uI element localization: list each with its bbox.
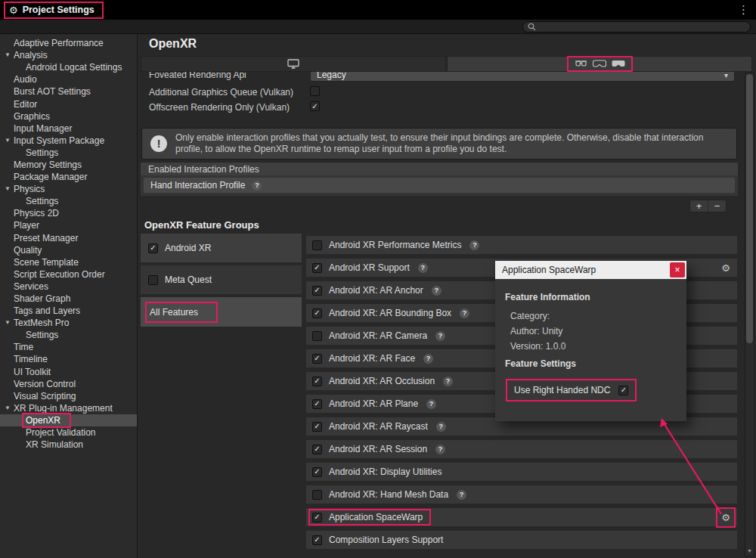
feature-checkbox[interactable] [312,377,322,386]
feature-settings-gear-icon[interactable] [721,263,730,273]
sidebar-item[interactable]: Burst AOT Settings [0,85,137,98]
foldout-arrow-icon[interactable] [5,320,14,326]
feature-toggle: Android XR: AR Plane [310,397,425,411]
sidebar-item[interactable]: XR Simulation [0,439,137,451]
interaction-profile-row[interactable]: Hand Interaction Profile [144,178,735,193]
additional-graphics-queue-checkbox[interactable] [310,86,320,96]
feature-checkbox[interactable] [312,513,322,522]
feature-group-row[interactable]: All Features [141,297,302,327]
sidebar-item[interactable]: Visual Scripting [0,390,137,402]
feature-checkbox[interactable] [312,399,322,409]
scrollbar-thumb[interactable] [746,74,753,343]
sidebar-item[interactable]: Services [0,281,137,293]
sidebar-item[interactable]: Quality [0,244,137,256]
tab-desktop[interactable] [141,56,446,72]
help-icon[interactable] [469,240,479,250]
scroll-down-icon[interactable] [745,546,754,555]
sidebar-item[interactable]: Preset Manager [0,232,137,244]
feature-checkbox[interactable] [312,354,322,364]
feature-group-row[interactable]: Android XR [141,234,302,262]
sidebar-item-label: Editor [14,99,37,110]
sidebar-item[interactable]: Scene Template [0,256,137,268]
sidebar-item[interactable]: XR Plug-in Management [0,402,137,414]
sidebar-item[interactable]: Graphics [0,110,137,122]
feature-settings-popup: Application SpaceWarp × Feature Informat… [495,261,686,421]
help-icon[interactable] [423,354,433,364]
sidebar-item[interactable]: Audio [0,73,137,85]
sidebar-item[interactable]: Time [0,341,137,353]
foldout-arrow-icon[interactable] [5,52,14,58]
sidebar-item[interactable]: Script Execution Order [0,268,137,281]
sidebar-item[interactable]: Input System Package [0,135,137,147]
foldout-arrow-icon[interactable] [5,138,14,144]
help-icon[interactable] [252,181,262,191]
group-checkbox[interactable] [148,243,158,253]
ndc-checkbox[interactable] [618,386,628,395]
help-icon[interactable] [432,286,442,296]
gear-icon [9,5,18,16]
feature-checkbox[interactable] [312,263,322,273]
sidebar-item-label: Graphics [14,111,50,122]
sidebar-item[interactable]: Tags and Layers [0,305,137,317]
sidebar-item[interactable]: Memory Settings [0,159,137,171]
search-box[interactable] [522,21,751,33]
feature-checkbox[interactable] [312,535,322,545]
sidebar-item-label: Adaptive Performance [14,38,104,48]
sidebar-item[interactable]: Player [0,219,137,231]
sidebar-item[interactable]: Package Manager [0,171,137,183]
group-checkbox[interactable] [148,275,158,285]
sidebar-item[interactable]: Physics [0,183,137,195]
search-input[interactable] [540,23,745,32]
feature-checkbox[interactable] [312,490,322,500]
sidebar-item[interactable]: Project Validation [0,426,137,439]
foveated-rendering-dropdown[interactable]: Legacy [310,72,735,82]
sidebar-item-label: Settings [26,196,58,206]
remove-profile-button[interactable]: − [708,200,726,212]
feature-checkbox[interactable] [312,422,322,432]
sidebar-item[interactable]: TextMesh Pro [0,317,137,329]
sidebar-item[interactable]: Version Control [0,378,137,390]
sidebar-item-label: Script Execution Order [14,269,105,280]
feature-settings-gear-icon[interactable] [721,513,730,522]
feature-checkbox[interactable] [312,286,322,296]
add-profile-button[interactable]: + [690,200,708,212]
page-title: OpenXR [149,37,197,51]
sidebar-item[interactable]: Shader Graph [0,293,137,305]
sidebar-item[interactable]: Timeline [0,353,137,365]
close-icon[interactable]: × [670,262,685,277]
sidebar-item[interactable]: Adaptive Performance [0,37,137,49]
feature-checkbox[interactable] [312,308,322,318]
sidebar-item[interactable]: Analysis [0,49,137,61]
help-icon[interactable] [435,445,445,454]
foldout-arrow-icon[interactable] [5,186,14,192]
foldout-arrow-icon[interactable] [5,405,14,411]
sidebar-item[interactable]: Editor [0,98,137,110]
help-icon[interactable] [435,331,445,341]
help-icon[interactable] [457,490,466,500]
sidebar-item[interactable]: Settings [0,329,137,341]
feature-checkbox[interactable] [312,445,322,454]
kebab-menu-icon[interactable] [738,3,749,17]
help-icon[interactable] [426,399,436,409]
feature-checkbox[interactable] [312,331,322,341]
group-label: Android XR [165,243,211,253]
help-icon[interactable] [460,308,469,318]
vertical-scrollbar[interactable] [745,73,754,556]
help-icon[interactable] [443,377,453,386]
offscreen-rendering-label: Offscreen Rendering Only (Vulkan) [149,102,290,113]
sidebar-item[interactable]: Physics 2D [0,207,137,219]
feature-group-row[interactable]: Meta Quest [141,265,302,294]
sidebar-item[interactable]: Android Logcat Settings [0,61,137,73]
feature-checkbox[interactable] [312,240,322,250]
sidebar-item[interactable]: Settings [0,195,137,207]
sidebar-item[interactable]: Settings [0,147,137,159]
help-icon[interactable] [436,422,446,432]
feature-checkbox[interactable] [312,467,322,477]
offscreen-rendering-checkbox[interactable] [310,101,320,111]
feature-label: Android XR: AR Session [329,444,427,454]
help-icon[interactable] [418,263,428,273]
sidebar-item[interactable]: Input Manager [0,122,137,135]
sidebar-item[interactable]: OpenXR [0,414,137,426]
sidebar-item[interactable]: UI Toolkit [0,366,137,378]
tab-xr-devices[interactable] [447,56,752,72]
